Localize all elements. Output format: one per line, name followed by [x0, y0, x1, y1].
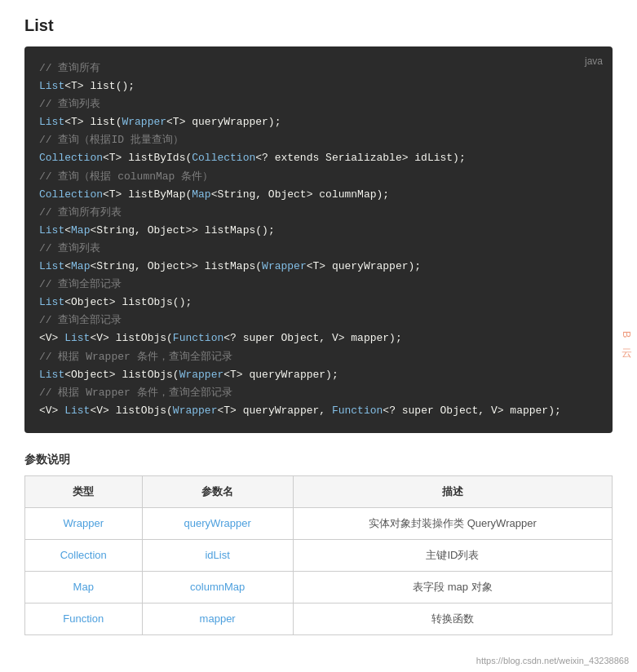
- cell-desc: 表字段 map 对象: [293, 571, 612, 603]
- table-row: Map columnMap 表字段 map 对象: [25, 571, 613, 603]
- code-line: // 查询全部记录: [39, 276, 598, 294]
- col-type: 类型: [25, 475, 143, 507]
- code-line: // 查询全部记录: [39, 312, 598, 329]
- page-title: List: [24, 16, 613, 35]
- params-table: 类型 参数名 描述 Wrapper queryWrapper 实体对象封装操作类…: [24, 475, 613, 635]
- code-line: List<T> list(Wrapper<T> queryWrapper);: [39, 113, 598, 131]
- watermark: B 云: [616, 328, 637, 344]
- col-desc: 描述: [293, 475, 612, 507]
- table-row: Wrapper queryWrapper 实体对象封装操作类 QueryWrap…: [25, 507, 613, 539]
- code-line: // 根据 Wrapper 条件，查询全部记录: [39, 348, 598, 366]
- code-line: Collection<T> listByIds(Collection<? ext…: [39, 149, 598, 167]
- code-line: List<Object> listObjs(Wrapper<T> queryWr…: [39, 366, 598, 384]
- code-lang-badge: java: [585, 53, 603, 69]
- code-line: List<Object> listObjs();: [39, 294, 598, 312]
- code-line: // 根据 Wrapper 条件，查询全部记录: [39, 384, 598, 402]
- cell-param: columnMap: [142, 571, 293, 603]
- code-line: // 查询（根据ID 批量查询）: [39, 131, 598, 149]
- code-block: java // 查询所有 List<T> list(); // 查询列表 Lis…: [24, 46, 613, 433]
- cell-param: mapper: [142, 603, 293, 634]
- table-row: Collection idList 主键ID列表: [25, 539, 613, 571]
- code-line: // 查询所有: [39, 60, 598, 77]
- code-line: // 查询所有列表: [39, 204, 598, 222]
- cell-param: queryWrapper: [142, 507, 293, 539]
- table-header-row: 类型 参数名 描述: [25, 475, 613, 507]
- code-line: List<T> list();: [39, 77, 598, 95]
- code-line: <V> List<V> listObjs(Function<? super Ob…: [39, 329, 598, 347]
- cell-param: idList: [142, 539, 293, 571]
- code-line: <V> List<V> listObjs(Wrapper<T> queryWra…: [39, 402, 598, 420]
- table-row: Function mapper 转换函数: [25, 603, 613, 634]
- col-param: 参数名: [142, 475, 293, 507]
- code-line: // 查询列表: [39, 95, 598, 113]
- cell-type: Collection: [25, 539, 143, 571]
- cell-desc: 转换函数: [293, 603, 612, 634]
- params-section-title: 参数说明: [24, 453, 613, 467]
- code-line: // 查询列表: [39, 240, 598, 258]
- cell-desc: 实体对象封装操作类 QueryWrapper: [293, 507, 612, 539]
- code-line: List<Map<String, Object>> listMaps();: [39, 222, 598, 240]
- cell-type: Wrapper: [25, 507, 143, 539]
- cell-desc: 主键ID列表: [293, 539, 612, 571]
- code-line: // 查询（根据 columnMap 条件）: [39, 168, 598, 186]
- cell-type: Function: [25, 603, 143, 634]
- cell-type: Map: [25, 571, 143, 603]
- code-line: List<Map<String, Object>> listMaps(Wrapp…: [39, 258, 598, 276]
- code-line: Collection<T> listByMap(Map<String, Obje…: [39, 186, 598, 204]
